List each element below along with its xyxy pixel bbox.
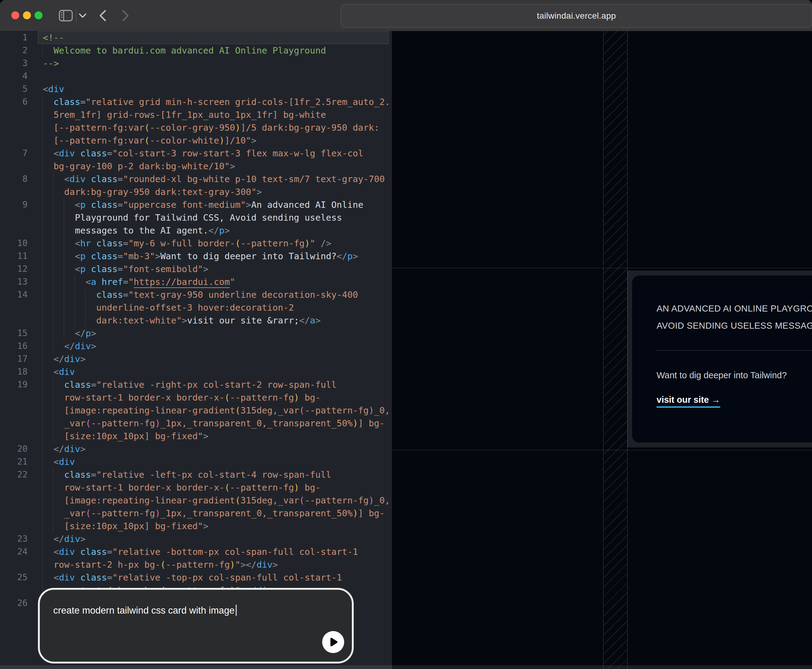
toolbar-separator [76,8,77,23]
code-line: _var(--pattern-fg)_1px,_transparent_0,_t… [0,507,392,519]
zoom-window-icon[interactable] [35,11,42,19]
playground-card: AN ADVANCED AI ONLINE PLAYGROUND FOR TAI… [632,276,812,442]
sidebar-menu-button[interactable] [77,0,88,31]
code-line-text: <div class="col-start-3 row-start-3 flex… [43,147,364,160]
code-line-text: [--pattern-fg:var(--color-gray-950)]/5 d… [43,121,379,134]
prompt-input[interactable]: create modern tailwind css card with ima… [38,588,354,664]
visit-site-link[interactable]: visit our site → [657,391,720,408]
sidebar-toggle-button[interactable] [58,0,74,31]
code-line: 3--> [0,57,392,70]
code-line: [--pattern-fg:var(--color-white)]/10"> [0,134,392,147]
code-line: 7<div class="col-start-3 row-start-3 fle… [0,147,392,160]
code-line: _var(--pattern-fg)_1px,_transparent_0,_t… [0,417,392,430]
pattern-line-bottom [392,450,812,450]
line-number: 23 [0,533,27,545]
code-line: bg-gray-100 p-2 dark:bg-white/10"> [0,160,392,173]
code-line: [size:10px_10px] bg-fixed"> [0,519,392,533]
code-line-text: class="relative -right-px col-start-2 ro… [43,378,337,391]
code-line: 24<div class="relative -bottom-px col-sp… [0,545,392,558]
address-bar-url: tailwindai.vercel.app [537,11,616,21]
code-line-text: row-start-1 border-x border-x-(--pattern… [43,391,320,404]
line-number: 13 [0,276,27,288]
pattern-stripe [603,31,628,669]
line-number: 4 [0,70,27,82]
code-line-text: </div> [43,353,86,365]
window-bottom-edge [0,665,812,669]
code-line: [--pattern-fg:var(--color-gray-950)]/5 d… [0,121,392,134]
code-line: 6class="relative grid min-h-screen grid-… [0,96,392,108]
code-line: underline-offset-3 hover:decoration-2 [0,301,392,314]
card-heading-line-2: AVOID SENDING USELESS MESSAGES TO THE AI… [657,317,812,334]
chevron-down-icon [79,13,87,18]
code-line: 15</p> [0,327,392,340]
code-line: [image:repeating-linear-gradient(315deg,… [0,494,392,507]
line-number: 25 [0,571,27,584]
code-line: 5<div [0,82,392,96]
code-line: dark:text-white">visit our site &rarr;</… [0,314,392,327]
code-line-text: [size:10px_10px] bg-fixed"> [43,430,208,442]
code-line-text: </div> [43,533,86,545]
browser-toolbar: tailwindai.vercel.app [0,0,812,31]
code-line-text: [size:10px_10px] bg-fixed"> [43,519,208,533]
line-number: 24 [0,545,27,558]
line-number: 12 [0,262,27,276]
code-line-text: <div class="rounded-xl bg-white p-10 tex… [43,173,384,185]
code-line-text: <!-- [43,31,64,44]
code-line: messages to the AI agent.</p> [0,224,392,237]
line-number: 11 [0,250,27,262]
code-line-text: </div> [43,340,96,353]
code-line-text: bg-gray-100 p-2 dark:bg-white/10"> [43,160,235,173]
code-line-text: </p> [43,327,96,340]
code-line: 17</div> [0,353,392,365]
code-line-text: <p class="font-semibold"> [43,262,208,276]
code-line: 8<div class="rounded-xl bg-white p-10 te… [0,173,392,185]
back-button[interactable] [95,0,110,31]
preview-pane: AN ADVANCED AI ONLINE PLAYGROUND FOR TAI… [392,31,812,669]
code-line: row-start-1 border-x border-x-(--pattern… [0,391,392,404]
code-line-text: Welcome to bardui.com advanced AI Online… [43,44,326,57]
minimize-window-icon[interactable] [23,11,31,19]
code-line: 1<!-- [0,31,392,44]
code-line: 23</div> [0,533,392,545]
code-line: 11<p class="mb-3">Want to dig deeper int… [0,250,392,262]
code-line-text: [--pattern-fg:var(--color-white)]/10"> [43,134,257,147]
code-line-text: <p class="uppercase font-medium">An adva… [43,198,364,211]
code-line: 4 [0,70,392,82]
code-rows: 1<!--2Welcome to bardui.com advanced AI … [0,31,392,610]
address-bar[interactable]: tailwindai.vercel.app [341,4,812,28]
code-line: 21<div [0,456,392,468]
line-number: 14 [0,288,27,301]
line-number: 21 [0,456,27,468]
code-line-text: row-start-1 border-x border-x-(--pattern… [43,481,320,494]
code-line: 18<div [0,365,392,378]
code-line: 9<p class="uppercase font-medium">An adv… [0,198,392,211]
submit-prompt-button[interactable] [322,631,344,653]
code-line-text: <div [43,456,75,468]
active-line-highlight [38,31,389,44]
code-line: 2Welcome to bardui.com advanced AI Onlin… [0,44,392,57]
close-window-icon[interactable] [11,11,19,19]
code-line-text: [image:repeating-linear-gradient(315deg,… [43,494,390,507]
prompt-text: create modern tailwind css card with ima… [53,604,237,617]
forward-button[interactable] [118,0,133,31]
code-line-text: <a href="https://bardui.com" [43,276,235,288]
line-number: 5 [0,82,27,96]
code-line-text: _var(--pattern-fg)_1px,_transparent_0,_t… [43,417,384,430]
code-line-text: Playground for Tailwind CSS, Avoid sendi… [43,211,342,224]
code-line: 16</div> [0,340,392,353]
code-editor[interactable]: 1<!--2Welcome to bardui.com advanced AI … [0,31,392,669]
code-line: Playground for Tailwind CSS, Avoid sendi… [0,211,392,224]
code-line: 10<hr class="my-6 w-full border-(--patte… [0,237,392,250]
browser-window: tailwindai.vercel.app 1<!--2Welcome to b… [0,0,812,669]
code-line-text: messages to the AI agent.</p> [43,224,230,237]
code-line-text: row-start-2 h-px bg-(--pattern-fg)"></di… [43,558,278,571]
line-number: 15 [0,327,27,340]
text-caret [236,605,237,616]
code-line-text: <div class="relative -bottom-px col-span… [43,545,358,558]
sidebar-icon [59,10,73,22]
code-line: 25<div class="relative -top-px col-span-… [0,571,392,584]
line-number: 20 [0,442,27,456]
code-line-text: class="relative grid min-h-screen grid-c… [43,96,390,108]
line-number: 6 [0,96,27,108]
code-line: 20</div> [0,442,392,456]
